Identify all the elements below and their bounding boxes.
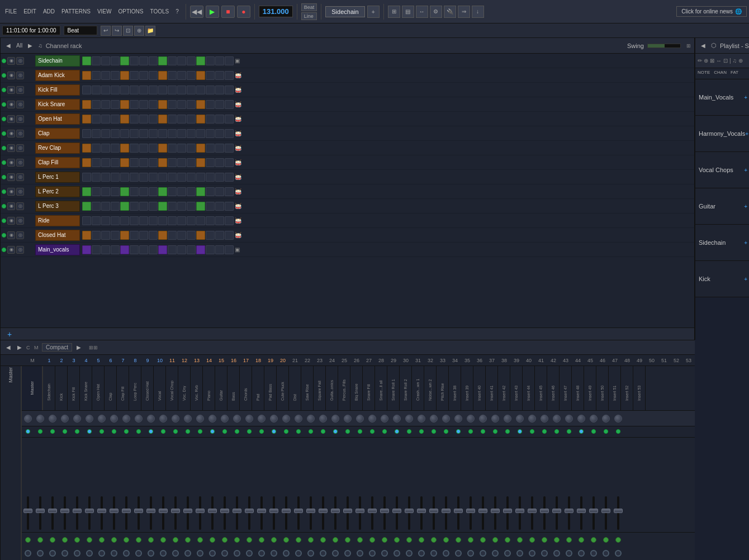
channel-pad[interactable] — [196, 158, 205, 167]
channel-pad[interactable] — [177, 245, 186, 254]
mixer-fader[interactable] — [83, 438, 96, 532]
channel-pad[interactable] — [168, 202, 177, 211]
channel-pad[interactable] — [101, 173, 110, 182]
mixer-fader[interactable] — [464, 438, 477, 532]
channel-pad[interactable] — [82, 71, 91, 80]
channel-pad[interactable] — [168, 173, 177, 182]
mixer-fader[interactable] — [440, 438, 452, 532]
channel-pad[interactable] — [206, 86, 215, 94]
channel-pad[interactable] — [177, 56, 186, 65]
channel-pad[interactable] — [206, 129, 215, 138]
mixer-channel-strip[interactable]: Pad — [252, 366, 264, 410]
channel-pad[interactable] — [130, 100, 139, 109]
channel-pad[interactable] — [149, 144, 158, 153]
channel-pad[interactable] — [177, 144, 186, 153]
channel-name-button[interactable]: Kick Snare — [35, 99, 80, 110]
channel-pad[interactable] — [206, 173, 215, 182]
channel-pad[interactable] — [225, 86, 234, 94]
menu-options[interactable]: OPTIONS — [115, 7, 146, 16]
mixer-channel-strip[interactable]: Closed Hat — [141, 366, 154, 410]
channel-pad[interactable] — [120, 158, 129, 167]
mixer-fader[interactable] — [612, 438, 624, 532]
channel-pad[interactable] — [130, 158, 139, 167]
channel-pad[interactable] — [187, 86, 196, 94]
channel-pad[interactable] — [111, 71, 120, 80]
channel-pad[interactable] — [149, 115, 158, 124]
channel-pad[interactable] — [92, 56, 101, 65]
channel-pad[interactable] — [120, 173, 129, 182]
channel-name-button[interactable]: Kick Fill — [35, 84, 80, 96]
channel-mute-btn[interactable]: ◉ — [7, 217, 15, 225]
channel-active-dot[interactable] — [2, 189, 6, 194]
mixer-fader[interactable] — [169, 438, 182, 532]
mixer-fader[interactable] — [280, 438, 292, 532]
beat-btn[interactable]: Beat — [301, 3, 317, 11]
menu-tools[interactable]: TOOLS — [147, 7, 172, 16]
channel-pad[interactable] — [149, 86, 158, 94]
channel-pad[interactable] — [101, 158, 110, 167]
channel-pad[interactable] — [187, 115, 196, 124]
mixer-fader[interactable] — [59, 438, 71, 532]
channel-pad[interactable] — [177, 86, 186, 94]
mixer-fader[interactable] — [71, 438, 83, 532]
channel-pad[interactable] — [187, 144, 196, 153]
mixer-fader[interactable] — [34, 438, 46, 532]
channel-active-dot[interactable] — [2, 59, 6, 63]
mixer-nav-right[interactable]: ▶ — [15, 343, 24, 352]
channel-pad[interactable] — [130, 115, 139, 124]
channel-pad[interactable] — [111, 144, 120, 153]
mixer-channel-strip[interactable]: Vocal — [154, 366, 166, 410]
playlist-prev-btn[interactable]: ◀ — [699, 41, 708, 50]
mixer-fader[interactable] — [231, 438, 243, 532]
rack-next-btn[interactable]: ▶ — [26, 41, 35, 50]
mixer-knob[interactable] — [34, 411, 46, 426]
channel-pad[interactable] — [139, 173, 148, 182]
channel-pad[interactable] — [101, 187, 110, 196]
channel-pad[interactable] — [149, 71, 158, 80]
mixer-fader[interactable] — [587, 438, 600, 532]
mixer-channel-strip[interactable]: Cute Pluck — [277, 366, 289, 410]
channel-pad[interactable] — [101, 129, 110, 138]
channel-pad[interactable] — [158, 173, 167, 182]
channel-pad[interactable] — [168, 144, 177, 153]
channel-pad[interactable] — [92, 231, 101, 240]
channel-active-dot[interactable] — [2, 160, 6, 165]
channel-pad[interactable] — [111, 187, 120, 196]
channel-mute-btn[interactable]: ◉ — [7, 144, 15, 152]
channel-pad[interactable] — [111, 56, 120, 65]
channel-mute-btn[interactable]: ◉ — [7, 188, 15, 196]
mixer-knob[interactable] — [22, 411, 34, 426]
channel-pad[interactable] — [196, 86, 205, 94]
mixer-knob[interactable] — [563, 411, 575, 426]
channel-pad[interactable] — [139, 187, 148, 196]
channel-pad[interactable] — [120, 71, 129, 80]
mixer-channel-strip[interactable]: Insert 49 — [584, 366, 596, 410]
channel-solo-btn[interactable]: ◎ — [16, 217, 24, 225]
mixer-knob[interactable] — [120, 411, 132, 426]
mixer-fader[interactable] — [108, 438, 120, 532]
mixer-knob[interactable] — [157, 411, 169, 426]
channel-active-dot[interactable] — [2, 117, 6, 121]
channel-solo-btn[interactable]: ◎ — [16, 202, 24, 210]
compact-button[interactable]: Compact — [42, 343, 72, 352]
mixer-expand-btn[interactable]: ▶ — [74, 343, 83, 352]
channel-mute-btn[interactable]: ◉ — [7, 159, 15, 167]
channel-pad[interactable] — [130, 56, 139, 65]
mixer-knob[interactable] — [551, 411, 563, 426]
mixer-fader[interactable] — [46, 438, 59, 532]
channel-pad[interactable] — [177, 115, 186, 124]
channel-pad[interactable] — [139, 71, 148, 80]
mixer-knob[interactable] — [108, 411, 120, 426]
channel-pad[interactable] — [92, 158, 101, 167]
channel-pad[interactable] — [177, 216, 186, 225]
mixer-fader[interactable] — [292, 438, 305, 532]
channel-pad[interactable] — [158, 231, 167, 240]
mixer-knob[interactable] — [46, 411, 59, 426]
mixer-knob[interactable] — [600, 411, 612, 426]
mixer-channel-strip[interactable]: Insert 45 — [535, 366, 547, 410]
sidechain-add-button[interactable]: + — [367, 6, 380, 18]
mixer-knob[interactable] — [575, 411, 587, 426]
channel-pad[interactable] — [168, 56, 177, 65]
channel-pad[interactable] — [149, 158, 158, 167]
mixer-channel-strip[interactable]: Percus..Fills — [338, 366, 350, 410]
